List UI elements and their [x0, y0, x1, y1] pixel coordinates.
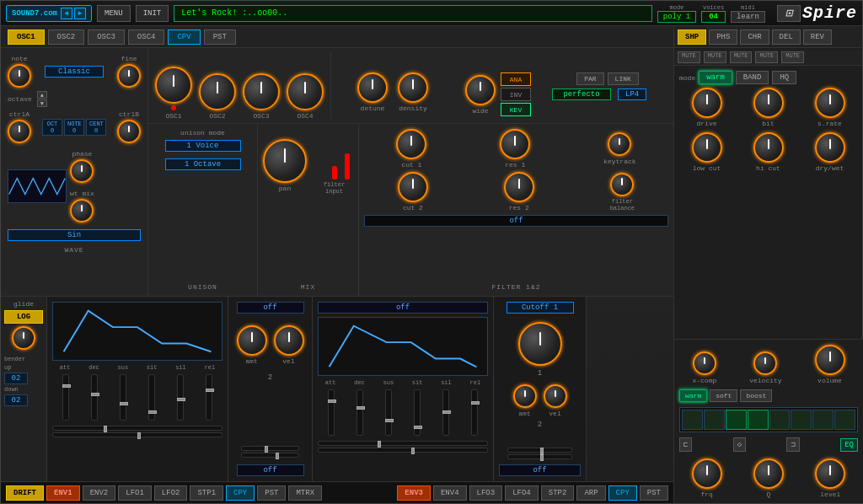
inv-btn[interactable]: INV — [501, 88, 531, 101]
osc1-knob[interactable] — [155, 67, 192, 104]
tab-pst-right[interactable]: PST — [640, 485, 668, 501]
env3-dec-slider[interactable] — [356, 389, 363, 436]
eq-lowshelf-btn[interactable]: ⊏ — [679, 437, 692, 452]
ana-btn[interactable]: ANA — [501, 72, 531, 86]
osc2-knob[interactable] — [199, 73, 236, 110]
volume-knob[interactable] — [815, 345, 845, 375]
srate-knob[interactable] — [815, 88, 845, 118]
tab-env3[interactable]: ENV3 — [397, 485, 431, 501]
env3-att-slider[interactable] — [328, 389, 335, 436]
tab-env1[interactable]: ENV1 — [46, 485, 80, 501]
osc4-knob[interactable] — [287, 73, 324, 110]
velocity-knob[interactable] — [753, 351, 777, 375]
balance-knob[interactable] — [610, 173, 634, 196]
rel-slider[interactable] — [206, 374, 212, 421]
cut1-knob[interactable] — [396, 129, 426, 159]
cutoff-hslider2[interactable] — [507, 454, 573, 459]
hicut-knob[interactable] — [753, 132, 784, 163]
bit-knob[interactable] — [753, 88, 784, 118]
cutoff-off-bottom[interactable]: off — [499, 464, 581, 476]
filter1-name[interactable]: perfecto — [552, 88, 611, 100]
mute-rev-btn[interactable]: MUTE — [781, 51, 804, 63]
tab-pst[interactable]: PST — [204, 29, 236, 45]
kev-btn[interactable]: KEV — [501, 103, 531, 116]
tab-pst-left[interactable]: PST — [257, 485, 286, 501]
eq-bell-btn[interactable]: ◇ — [733, 437, 746, 452]
env3-sus-slider[interactable] — [385, 389, 392, 436]
drywet-knob[interactable] — [815, 132, 845, 163]
tab-lfo1[interactable]: LFO1 — [118, 485, 152, 501]
mute-shp-btn[interactable]: MUTE — [678, 51, 700, 63]
env3-sit-slider[interactable] — [414, 389, 421, 436]
env3-rel-slider[interactable] — [471, 389, 478, 436]
mute-chr-btn[interactable]: MUTE — [730, 51, 753, 63]
fx-tab-rev[interactable]: REV — [803, 29, 832, 45]
lowcut-knob[interactable] — [692, 132, 722, 163]
keytrack-knob[interactable] — [608, 132, 631, 156]
tab-lfo2[interactable]: LFO2 — [154, 485, 188, 501]
cutoff-amt-knob[interactable] — [513, 384, 537, 408]
level-knob[interactable] — [815, 458, 845, 489]
density-knob[interactable] — [398, 72, 428, 103]
oct-up-btn[interactable]: ▲ — [37, 91, 47, 99]
env3-hslider2[interactable] — [318, 448, 488, 453]
tab-env2[interactable]: ENV2 — [83, 485, 116, 501]
sus-slider[interactable] — [120, 374, 126, 421]
note-knob[interactable] — [8, 64, 31, 88]
cutoff-knob[interactable] — [518, 322, 562, 366]
cut2-knob[interactable] — [398, 172, 428, 202]
filter2-name[interactable]: LP4 — [618, 88, 646, 100]
res2-knob[interactable] — [504, 172, 534, 202]
tab-mtrx[interactable]: MTRX — [288, 485, 322, 501]
wtmix-knob[interactable] — [70, 199, 94, 223]
env2-off-top[interactable]: off — [237, 302, 304, 314]
warm-btn[interactable]: warm — [679, 389, 707, 402]
filter-off-display[interactable]: off — [364, 215, 668, 227]
q-knob[interactable] — [753, 458, 784, 489]
tab-lfo4[interactable]: LFO4 — [505, 485, 539, 501]
preset-display[interactable]: Let's Rock! :..oo00.. — [174, 5, 652, 22]
ctrlb-knob[interactable] — [117, 120, 141, 143]
boost-btn[interactable]: boost — [740, 389, 772, 402]
nav-prev-btn[interactable]: ◄ — [61, 8, 72, 19]
sit-slider[interactable] — [148, 374, 155, 421]
tab-cpy-right[interactable]: CPY — [608, 485, 637, 501]
phase-knob[interactable] — [70, 159, 94, 183]
fine-knob[interactable] — [117, 64, 141, 88]
fx-tab-shp[interactable]: SHP — [678, 29, 706, 45]
fx-tab-del[interactable]: DEL — [772, 29, 801, 45]
bender-down-val[interactable]: 02 — [4, 394, 28, 406]
ctrla-knob[interactable] — [8, 120, 31, 143]
sin-display[interactable]: Sin — [8, 229, 141, 241]
tab-cpv[interactable]: CPV — [168, 29, 200, 45]
unison-octave-display[interactable]: 1 Octave — [165, 158, 241, 170]
fx-tab-chr[interactable]: CHR — [740, 29, 769, 45]
init-button[interactable]: INIT — [136, 5, 169, 22]
env3-hslider1[interactable] — [318, 441, 488, 446]
detune-knob[interactable] — [357, 72, 388, 103]
tab-cpy-left[interactable]: CPY — [226, 485, 255, 501]
band-mode-btn[interactable]: BAND — [736, 71, 769, 84]
hq-mode-btn[interactable]: HQ — [772, 71, 796, 84]
tab-osc4[interactable]: OSC4 — [128, 29, 165, 45]
mode-value[interactable]: poly 1 — [657, 11, 696, 23]
tab-stp1[interactable]: STP1 — [190, 485, 223, 501]
env2-amt-knob[interactable] — [237, 325, 267, 356]
warm-mode-btn[interactable]: warm — [699, 71, 732, 84]
tab-osc2[interactable]: OSC2 — [48, 29, 85, 45]
cutoff-hslider1[interactable] — [507, 448, 573, 453]
xcomp-knob[interactable] — [693, 351, 716, 375]
osc3-knob[interactable] — [243, 73, 280, 110]
log-btn[interactable]: LOG — [4, 310, 43, 324]
waveform-display[interactable]: Classic — [45, 66, 104, 78]
eq-main-btn[interactable]: EQ — [840, 438, 858, 452]
env2-hslider1[interactable] — [241, 446, 300, 451]
cutoff-display[interactable]: Cutoff 1 — [507, 302, 574, 314]
unison-mode-display[interactable]: 1 Voice — [165, 140, 241, 152]
mute-phs-btn[interactable]: MUTE — [704, 51, 726, 63]
wide-knob[interactable] — [465, 75, 496, 105]
tab-drift[interactable]: DRIFT — [6, 485, 44, 501]
par-btn[interactable]: PAR — [576, 72, 603, 85]
voices-value[interactable]: 04 — [701, 11, 726, 23]
fx-tab-phs[interactable]: PHS — [709, 29, 737, 45]
